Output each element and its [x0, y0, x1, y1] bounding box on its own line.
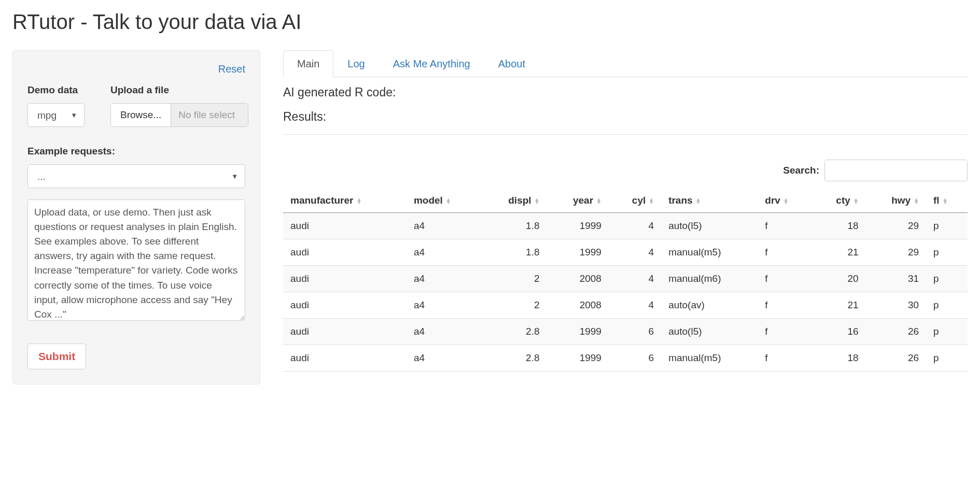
cell-trans: auto(av)	[661, 292, 758, 319]
cell-cyl: 4	[609, 292, 661, 319]
column-header-hwy[interactable]: hwy▲▼	[866, 189, 926, 213]
column-header-manufacturer[interactable]: manufacturer▲▼	[283, 189, 407, 213]
column-label: hwy	[891, 195, 911, 206]
cell-fl: p	[926, 213, 968, 239]
cell-trans: manual(m5)	[661, 239, 758, 266]
cell-displ: 1.8	[481, 213, 547, 239]
main-content: MainLogAsk Me AnythingAbout AI generated…	[283, 50, 968, 384]
table-row: audia41.819994manual(m5)f2129p	[283, 239, 968, 266]
table-row: audia41.819994auto(l5)f1829p	[283, 213, 968, 239]
cell-year: 1999	[547, 239, 609, 266]
sort-icon: ▲▼	[914, 198, 919, 204]
column-header-year[interactable]: year▲▼	[547, 189, 609, 213]
cell-hwy: 31	[866, 266, 926, 292]
sort-icon: ▲▼	[943, 198, 948, 204]
cell-model: a4	[407, 239, 481, 266]
cell-manufacturer: audi	[283, 345, 407, 371]
cell-displ: 2	[481, 266, 547, 292]
table-row: audia42.819996manual(m5)f1826p	[283, 345, 968, 371]
cell-fl: p	[926, 345, 968, 371]
column-header-fl[interactable]: fl▲▼	[926, 189, 968, 213]
cell-drv: f	[758, 292, 813, 319]
sort-icon: ▲▼	[535, 198, 540, 204]
cell-cyl: 4	[609, 266, 661, 292]
column-label: cyl	[632, 195, 646, 206]
cell-trans: manual(m6)	[661, 266, 758, 292]
column-label: manufacturer	[290, 195, 353, 206]
cell-manufacturer: audi	[283, 292, 407, 319]
cell-drv: f	[758, 266, 813, 292]
column-label: fl	[933, 195, 940, 206]
cell-cty: 18	[813, 213, 866, 239]
column-header-drv[interactable]: drv▲▼	[758, 189, 813, 213]
cell-cty: 20	[813, 266, 866, 292]
cell-displ: 2.8	[481, 319, 547, 345]
cell-trans: manual(m5)	[661, 345, 758, 371]
sort-icon: ▲▼	[696, 198, 701, 204]
cell-model: a4	[407, 213, 481, 239]
tab-about[interactable]: About	[484, 50, 539, 77]
cell-drv: f	[758, 213, 813, 239]
column-label: drv	[765, 195, 780, 206]
cell-manufacturer: audi	[283, 239, 407, 266]
cell-hwy: 29	[866, 239, 926, 266]
prompt-textarea[interactable]	[27, 199, 245, 321]
column-header-cyl[interactable]: cyl▲▼	[609, 189, 661, 213]
sort-icon: ▲▼	[649, 198, 654, 204]
tab-main[interactable]: Main	[283, 50, 333, 77]
cell-hwy: 29	[866, 213, 926, 239]
search-label: Search:	[783, 165, 819, 176]
cell-displ: 2.8	[481, 345, 547, 371]
section-divider	[283, 134, 968, 135]
cell-cyl: 4	[609, 213, 661, 239]
ai-code-heading: AI generated R code:	[283, 85, 968, 99]
column-label: displ	[508, 195, 531, 206]
table-row: audia4220084auto(av)f2130p	[283, 292, 968, 319]
cell-fl: p	[926, 266, 968, 292]
reset-link[interactable]: Reset	[27, 63, 245, 75]
cell-fl: p	[926, 319, 968, 345]
column-header-trans[interactable]: trans▲▼	[661, 189, 758, 213]
cell-model: a4	[407, 292, 481, 319]
cell-model: a4	[407, 345, 481, 371]
cell-year: 1999	[547, 213, 609, 239]
cell-cty: 21	[813, 239, 866, 266]
search-input[interactable]	[824, 160, 968, 181]
cell-manufacturer: audi	[283, 266, 407, 292]
column-label: year	[573, 195, 593, 206]
column-header-displ[interactable]: displ▲▼	[481, 189, 547, 213]
sort-icon: ▲▼	[446, 198, 451, 204]
sort-icon: ▲▼	[783, 198, 789, 204]
table-row: audia4220084manual(m6)f2031p	[283, 266, 968, 292]
column-label: trans	[668, 195, 692, 206]
cell-cyl: 6	[609, 345, 661, 371]
cell-model: a4	[407, 319, 481, 345]
column-header-model[interactable]: model▲▼	[407, 189, 481, 213]
submit-button[interactable]: Submit	[27, 344, 86, 369]
cell-fl: p	[926, 292, 968, 319]
file-status-text: No file select	[171, 104, 248, 126]
cell-year: 1999	[547, 345, 609, 371]
cell-manufacturer: audi	[283, 319, 407, 345]
file-input[interactable]: Browse... No file select	[110, 103, 248, 127]
cell-trans: auto(l5)	[661, 213, 758, 239]
cell-cty: 21	[813, 292, 866, 319]
tab-log[interactable]: Log	[333, 50, 379, 77]
cell-fl: p	[926, 239, 968, 266]
column-label: model	[414, 195, 443, 206]
cell-drv: f	[758, 319, 813, 345]
sort-icon: ▲▼	[356, 198, 361, 204]
column-header-cty[interactable]: cty▲▼	[813, 189, 866, 213]
tab-ask-me-anything[interactable]: Ask Me Anything	[379, 50, 484, 77]
sort-icon: ▲▼	[853, 198, 859, 204]
cell-hwy: 26	[866, 345, 926, 371]
cell-year: 1999	[547, 319, 609, 345]
demo-data-select[interactable]: mpg	[27, 103, 85, 127]
cell-displ: 2	[481, 292, 547, 319]
cell-cyl: 4	[609, 239, 661, 266]
browse-button[interactable]: Browse...	[111, 104, 171, 126]
table-row: audia42.819996auto(l5)f1626p	[283, 319, 968, 345]
cell-manufacturer: audi	[283, 213, 407, 239]
example-requests-select[interactable]: ...	[27, 164, 245, 188]
cell-cty: 16	[813, 319, 866, 345]
